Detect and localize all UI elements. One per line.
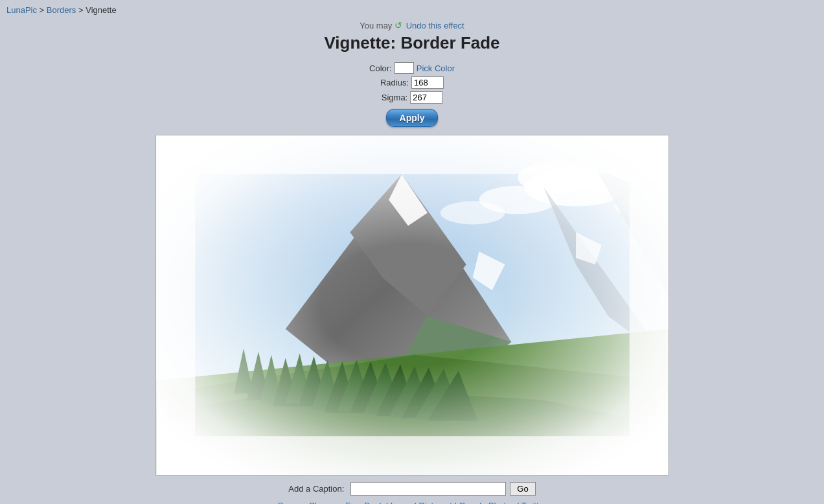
separator3: | <box>455 501 459 504</box>
caption-input[interactable] <box>350 482 506 496</box>
mountain-scene <box>156 135 669 475</box>
caption-label: Add a Caption: <box>288 484 344 494</box>
facebook-link[interactable]: FaceBook <box>346 501 384 504</box>
sigma-label: Sigma: <box>382 93 407 102</box>
color-swatch[interactable] <box>395 62 414 74</box>
imgur-link[interactable]: Imgur <box>391 501 412 504</box>
color-row: Color: Pick Color <box>369 62 455 74</box>
header-section: You may ↺ Undo this effect Vignette: Bor… <box>324 20 499 58</box>
lunapic-link[interactable]: LunaPic <box>6 5 37 15</box>
undo-link[interactable]: Undo this effect <box>406 21 464 30</box>
google-photos-link[interactable]: Google Photos <box>459 501 515 504</box>
radius-label: Radius: <box>380 78 409 87</box>
breadcrumb: LunaPic > Borders > Vignette <box>0 0 824 20</box>
borders-link[interactable]: Borders <box>47 5 76 15</box>
save-link[interactable]: Save <box>278 501 297 504</box>
undo-prefix: You may <box>360 21 392 30</box>
main-content: You may ↺ Undo this effect Vignette: Bor… <box>0 20 824 504</box>
undo-line: You may ↺ Undo this effect <box>324 20 499 30</box>
twitter-link[interactable]: Twitter <box>521 501 546 504</box>
radius-row: Radius: <box>369 76 455 89</box>
effect-title: Vignette: Border Fade <box>324 33 499 53</box>
apply-row: Apply <box>369 106 455 127</box>
separator1: | <box>386 501 391 504</box>
image-canvas <box>156 135 669 475</box>
footer-links: Save or Share on FaceBook | Imgur | Pint… <box>278 501 546 504</box>
separator2: | <box>415 501 419 504</box>
breadcrumb-current: Vignette <box>86 5 116 15</box>
pick-color-link[interactable]: Pick Color <box>417 63 455 73</box>
pinterest-link[interactable]: Pinterest <box>419 501 452 504</box>
radius-input[interactable] <box>411 76 444 89</box>
caption-area: Add a Caption: Go <box>288 482 535 496</box>
svg-rect-34 <box>156 135 668 475</box>
apply-button[interactable]: Apply <box>386 109 439 127</box>
controls-panel: Color: Pick Color Radius: Sigma: Apply <box>369 62 455 130</box>
sigma-row: Sigma: <box>369 91 455 104</box>
sigma-input[interactable] <box>410 91 442 104</box>
breadcrumb-separator2: > <box>78 5 86 15</box>
undo-icon: ↺ <box>395 20 402 30</box>
image-container <box>155 135 669 475</box>
share-prefix: or Share on <box>299 501 346 504</box>
go-button[interactable]: Go <box>510 482 535 496</box>
breadcrumb-separator: > <box>40 5 47 15</box>
color-label: Color: <box>369 63 392 73</box>
separator4: | <box>517 501 521 504</box>
